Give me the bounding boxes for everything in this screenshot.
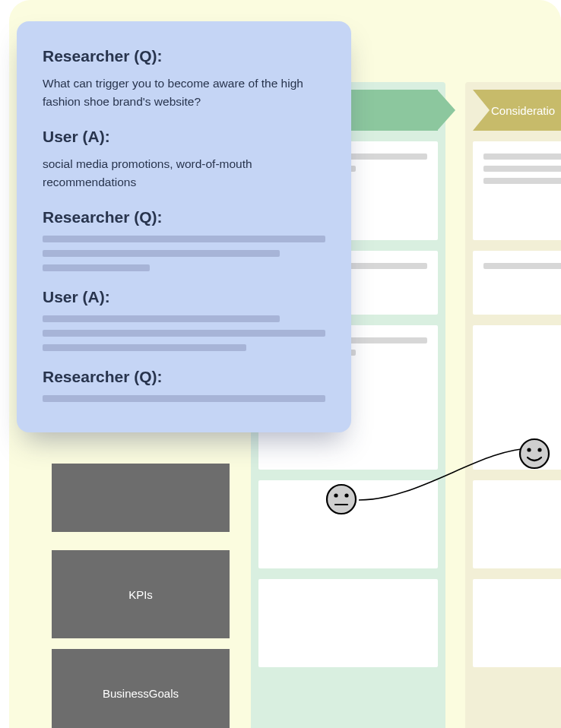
- placeholder-line: [483, 154, 561, 160]
- svg-point-3: [344, 493, 348, 497]
- consideration-cell-touchpoints: [473, 251, 561, 315]
- placeholder-line: [483, 263, 561, 269]
- row-label-kpis: KPIs: [52, 550, 230, 638]
- row-label-kpis-text: KPIs: [128, 588, 153, 601]
- placeholder-line: [43, 344, 246, 351]
- placeholder-line: [43, 250, 280, 257]
- placeholder-line: [43, 315, 280, 322]
- svg-point-2: [334, 493, 338, 497]
- interview-q2-placeholder: [43, 236, 325, 271]
- row-label-goals: BusinessGoals: [52, 649, 230, 728]
- consideration-cell-goal: [473, 579, 561, 667]
- interview-q1-text: What can trigger you to become aware of …: [43, 74, 325, 111]
- emotion-face-happy-icon: [518, 438, 550, 470]
- placeholder-line: [43, 330, 325, 337]
- column-consideration-label: Consideratio: [491, 104, 555, 117]
- interview-q3-label: Researcher (Q):: [43, 368, 325, 386]
- emotion-face-neutral-icon: [325, 483, 357, 515]
- svg-point-1: [327, 485, 356, 514]
- interview-a1-label: User (A):: [43, 128, 325, 146]
- placeholder-line: [483, 166, 561, 172]
- interview-card: Researcher (Q): What can trigger you to …: [17, 21, 351, 432]
- row-label-blank: [52, 464, 230, 532]
- column-consideration-header: Consideratio: [473, 90, 561, 131]
- placeholder-line: [43, 264, 150, 271]
- interview-q3-placeholder: [43, 395, 325, 402]
- interview-a2-label: User (A):: [43, 288, 325, 306]
- interview-a1-text: social media promotions, word-of-mouth r…: [43, 155, 325, 191]
- consideration-cell-kpi: [473, 480, 561, 568]
- awareness-cell-goal: [258, 579, 438, 667]
- svg-point-5: [520, 439, 549, 468]
- placeholder-line: [43, 395, 325, 402]
- interview-q1-label: Researcher (Q):: [43, 47, 325, 65]
- svg-point-6: [527, 448, 531, 451]
- row-label-goals-text: BusinessGoals: [103, 687, 179, 700]
- interview-q2-label: Researcher (Q):: [43, 208, 325, 226]
- placeholder-line: [43, 236, 325, 242]
- consideration-cell-actions: [473, 141, 561, 240]
- placeholder-line: [483, 178, 561, 184]
- interview-a2-placeholder: [43, 315, 325, 351]
- column-consideration: Consideratio: [465, 82, 561, 728]
- svg-point-7: [537, 448, 541, 451]
